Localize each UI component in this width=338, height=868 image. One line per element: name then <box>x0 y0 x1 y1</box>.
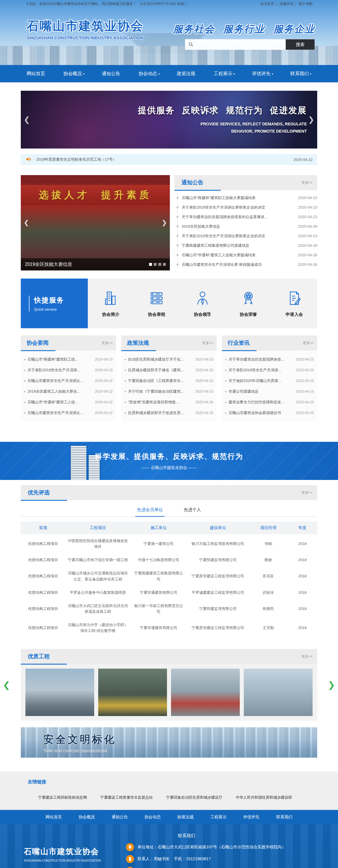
list-item[interactable]: ▸宁夏回族自治区《工程质量安全...2020-04-23 <box>125 375 213 386</box>
carousel-next-arrow[interactable]: ❯ <box>162 219 167 226</box>
nav-item-policies[interactable]: 政策法规 <box>177 71 196 77</box>
carousel-dot[interactable] <box>158 263 161 266</box>
project-photo[interactable] <box>171 669 240 716</box>
footer-nav-policies[interactable]: 政策法规 <box>177 814 193 820</box>
table-row: 优质结构工程项目宁夏石嘴山市地下综合管廊一期工程中国十七冶集团有限公司宁夏恒建监… <box>21 553 317 567</box>
list-item[interactable]: 关于表彰2019安全生产月演讲比赛获奖企业的决定2020-04-23 <box>177 203 317 212</box>
nav-item-projects[interactable]: 工程展示▾ <box>214 71 235 77</box>
friend-link[interactable]: 宁夏建设工程质量安全监督总站 <box>100 795 153 800</box>
arrow-bullet-icon: ▸ <box>24 379 26 382</box>
list-item[interactable]: 石嘴山市建筑安全生产月演讲比赛 获得圆满成功2020-04-28 <box>177 260 317 269</box>
list-item[interactable]: ▸关于印发《宁夏回族自治区建筑...2020-04-23 <box>125 386 213 397</box>
bookmark-link[interactable]: 收藏本站 <box>280 2 294 6</box>
list-item[interactable]: ▸石嘴山市建筑安全生产月演讲比...2020-04-22 <box>24 375 113 386</box>
today-date: 今天是2020年07月14日 星期二 <box>140 2 187 6</box>
nav-item-activities[interactable]: 协会动态▾ <box>139 71 160 77</box>
quick-item-charter[interactable]: 协会章程 <box>148 290 165 317</box>
footer-nav-home[interactable]: 网站首页 <box>45 814 62 820</box>
quick-item-leaders[interactable]: 协会领导 <box>194 290 211 317</box>
quick-item-association-intro[interactable]: 协会简介 <box>102 290 119 317</box>
friend-link[interactable]: 宁夏建设工程招标投标信息网 <box>38 795 87 800</box>
list-item[interactable]: ▸石嘴山市“华通杯”建筑工人技...2020-04-22 <box>24 397 113 407</box>
list-item[interactable]: 关于举办建筑业抗击新冠肺炎疫情系列公益直播讲...2020-04-23 <box>177 212 317 222</box>
list-item[interactable]: ▸住房城乡建设部关于修改《建筑...2020-04-23 <box>125 365 213 375</box>
project-photo[interactable] <box>244 669 313 716</box>
item-date: 2020-04-28 <box>195 411 213 415</box>
nav-item-notices[interactable]: 通知公告 <box>102 71 121 77</box>
bullet-dot-icon <box>177 216 179 218</box>
search-button[interactable]: 搜索 <box>286 39 315 50</box>
quick-service-band: 快捷服务 Quick service 协会简介 协会章程 协会领导 协会荣誉 <box>21 279 317 328</box>
news-column-header: 行业资讯 更多>> <box>222 336 317 350</box>
table-row: 优质结构工程项目中医医院住院综合楼建设及维修改造项目宁夏第一建筑公司银川方圆工程… <box>21 534 317 553</box>
more-link[interactable]: 更多>> <box>302 654 313 659</box>
list-item[interactable]: ▸2019全区建筑工人技能大赛在...2020-04-22 <box>24 386 113 397</box>
carousel-dot[interactable] <box>149 263 152 266</box>
project-photo[interactable] <box>25 669 94 716</box>
list-item[interactable]: ▸住房和城乡建设部关于改进住房...2020-04-28 <box>125 407 213 418</box>
carousel-dot[interactable] <box>163 263 166 266</box>
arrow-bullet-icon: ▸ <box>24 358 26 361</box>
list-item[interactable]: ▸“营改增”后建筑业项目部增值...2020-04-28 <box>125 397 213 407</box>
footer-nav-activities[interactable]: 协会动态 <box>145 814 161 820</box>
banner-next-arrow[interactable]: ❯ <box>308 115 314 124</box>
project-photo[interactable] <box>98 669 167 716</box>
more-link[interactable]: 更多>> <box>302 180 313 185</box>
tab-advanced-member-units[interactable]: 先进会员单位 <box>135 502 165 517</box>
footer-nav-projects[interactable]: 工程展示 <box>210 814 226 820</box>
footer-nav-notices[interactable]: 通知公告 <box>112 814 128 820</box>
list-item[interactable]: 石嘴山市“华通杯”建筑工人技能大赛圆满结束2020-04-28 <box>177 250 317 260</box>
contact-row: 联系人：周秘书长 手机：15121963817 <box>126 855 317 863</box>
friend-link[interactable]: 中华人民共和国住房和城乡建设部 <box>236 795 292 800</box>
list-item[interactable]: 关于表彰2019安全生产月演讲比赛获奖企业的决定2020-04-23 <box>177 231 317 241</box>
footer-nav-awards[interactable]: 评优评先 <box>243 814 259 820</box>
list-item[interactable]: ▸自治区住房和城乡建设厅关于实...2020-04-23 <box>125 354 213 365</box>
announcement-link[interactable]: · 2019年度质量安全文明标准化示范工地（17号） <box>34 157 294 162</box>
quality-prev-arrow[interactable]: ❮ <box>3 680 10 690</box>
list-item[interactable]: ▸关于表彰2019安全生产月演讲...2020-04-23 <box>225 365 314 375</box>
arrow-bullet-icon: ▸ <box>24 390 26 393</box>
list-item[interactable]: 2019全区技能大赛信息2020-04-28 <box>177 222 317 231</box>
list-item[interactable]: ▸关于做好2020年石嘴山市房屋...2020-04-23 <box>225 375 314 386</box>
more-link[interactable]: 更多>> <box>302 490 313 495</box>
more-link[interactable]: 更多>> <box>303 341 314 346</box>
carousel-dot[interactable] <box>154 263 157 266</box>
list-item[interactable]: ▸华通公司援建信息2020-04-23 <box>225 386 314 397</box>
list-item[interactable]: ▸石嘴山市建筑业协会募捐倡议书2020-04-23 <box>225 407 314 418</box>
separator: | <box>276 2 277 6</box>
cell-year: 2018 <box>287 567 317 586</box>
list-item[interactable]: 石嘴山市“商建杯”建筑职工技能大赛圆满结束2020-04-23 <box>177 193 317 203</box>
quick-service-label: 快捷服务 Quick service <box>21 279 88 328</box>
more-link[interactable]: 更多>> <box>102 341 113 346</box>
table-header-row: 奖项 工程项目 施工单位 建设单位 项目经理 年度 <box>21 522 317 534</box>
search-input[interactable] <box>197 39 286 50</box>
list-item[interactable]: ▸关于举办建筑业抗击新冠肺炎疫...2020-04-23 <box>225 354 314 365</box>
banner-prev-arrow[interactable]: ❮ <box>24 115 30 124</box>
sitemap-link[interactable]: 电子地图 <box>299 2 313 6</box>
footer-nav-about[interactable]: 协会概况 <box>79 814 95 820</box>
footer-nav-contact[interactable]: 联系我们 <box>276 814 293 820</box>
quality-next-arrow[interactable]: ❯ <box>328 680 335 690</box>
quick-item-honors[interactable]: 协会荣誉 <box>240 290 257 317</box>
friend-link[interactable]: 宁夏回族自治区住房和城乡建设厅 <box>166 795 222 800</box>
list-item[interactable]: ▸石嘴山市建筑安全生产月演讲比...2020-04-22 <box>24 407 113 418</box>
carousel-prev-arrow[interactable]: ❮ <box>24 219 29 226</box>
item-date: 2020-04-23 <box>296 400 314 404</box>
nav-item-contact[interactable]: 联系我们▾ <box>290 71 311 77</box>
list-item[interactable]: 宁夏商建建筑工程集团有限公司援建信息2020-04-28 <box>177 241 317 250</box>
nav-item-home[interactable]: 网站首页 <box>27 71 46 77</box>
nav-item-awards[interactable]: 评优评先▾ <box>252 71 273 77</box>
list-item[interactable]: ▸关于表彰2019安全生产月演讲...2020-04-23 <box>24 365 113 375</box>
quick-item-apply-membership[interactable]: 申请入会 <box>286 290 303 317</box>
arrow-bullet-icon: ▸ <box>24 411 26 414</box>
slogan-band: 科学发展、提供服务、反映诉求、规范行为 —— 石嘴山市建筑业协会 —— <box>0 442 338 480</box>
tab-advanced-individuals[interactable]: 先进个人 <box>182 502 203 517</box>
set-homepage-link[interactable]: 设为首页 <box>260 2 274 6</box>
item-date: 2020-04-23 <box>95 368 113 372</box>
list-item[interactable]: ▸建筑业要全力打好控疫情和促发...2020-04-23 <box>225 397 314 407</box>
more-link[interactable]: 更多>> <box>202 341 213 346</box>
cell-owner: 宁夏恒建监理有限公司 <box>187 553 249 567</box>
title-underline <box>222 350 256 351</box>
nav-item-about[interactable]: 协会概况▾ <box>64 71 85 77</box>
list-item[interactable]: ▸石嘴山市“商建杯”建筑职工技...2020-04-23 <box>24 354 113 365</box>
